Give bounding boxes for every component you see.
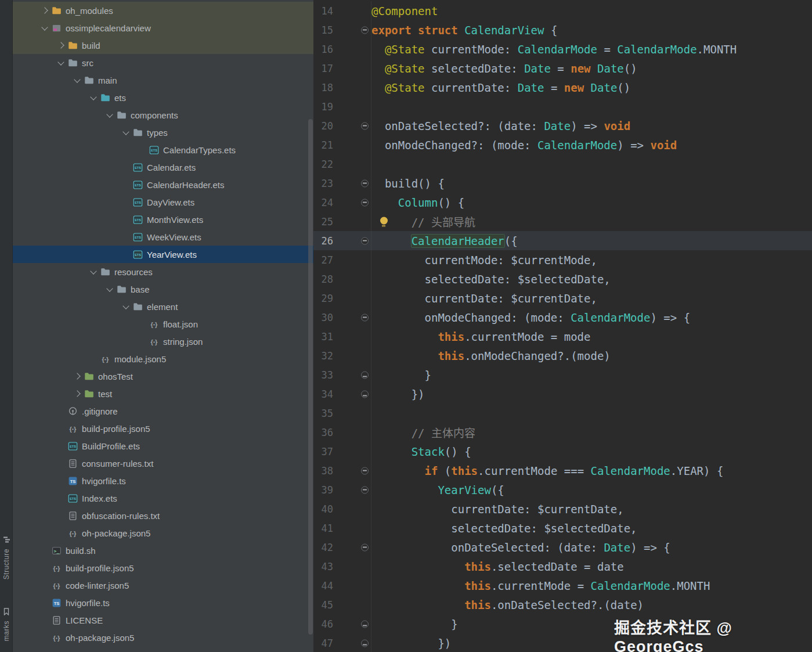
fold-collapse-icon[interactable] [361,122,369,129]
intention-bulb-icon[interactable] [380,217,388,226]
chevron-right-icon[interactable] [38,6,51,15]
fold-end-icon[interactable] [361,371,369,379]
tree-item-index-ets[interactable]: ETSIndex.ets [13,489,313,507]
code-line-41[interactable]: 41 selectedDate: $selectedDate, [313,518,812,538]
code-line-45[interactable]: 45 this.onDateSelected?.(date) [313,595,812,614]
tree-item-calendartypes-ets[interactable]: ETSCalendarTypes.ets [13,141,313,159]
fold-collapse-icon[interactable] [361,179,369,187]
code-line-26[interactable]: 26 CalendarHeader({ [313,231,812,250]
tree-scrollbar[interactable] [308,119,313,635]
tree-item-main[interactable]: main [13,71,313,89]
tree-item-build[interactable]: build [13,37,313,54]
chevron-down-icon[interactable] [55,58,67,67]
tool-button-bookmarks[interactable]: marks [0,607,13,641]
code-line-23[interactable]: 23 build() { [313,174,812,193]
fold-end-icon[interactable] [361,639,369,647]
code-line-17[interactable]: 17 @State selectedDate: Date = new Date(… [313,59,812,78]
tree-item-base[interactable]: base [13,280,313,298]
tree-item-yearview-ets[interactable]: ETSYearView.ets [13,246,313,263]
code-line-25[interactable]: 25 // 头部导航 [313,212,812,231]
tree-item-obfuscation-rules-txt[interactable]: obfuscation-rules.txt [13,507,313,524]
chevron-down-icon[interactable] [38,23,51,33]
chevron-right-icon[interactable] [71,389,84,398]
tree-item-test[interactable]: test [13,385,313,402]
chevron-down-icon[interactable] [87,93,100,102]
code-line-34[interactable]: 34 }) [313,384,812,404]
tree-item-src[interactable]: src [13,54,313,71]
tree-item-build-profile-json5[interactable]: { }build-profile.json5 [13,559,313,577]
code-line-22[interactable]: 22 [313,154,812,174]
tree-item-buildprofile-ets[interactable]: ETSBuildProfile.ets [13,437,313,455]
code-line-44[interactable]: 44 this.currentMode = CalendarMode.MONTH [313,576,812,595]
fold-end-icon[interactable] [361,620,369,628]
chevron-down-icon[interactable] [103,110,116,120]
chevron-right-icon[interactable] [71,372,84,381]
code-line-18[interactable]: 18 @State currentDate: Date = new Date() [313,78,812,97]
fold-collapse-icon[interactable] [361,26,369,34]
chevron-down-icon[interactable] [120,128,132,137]
tree-item-string-json[interactable]: { }string.json [13,333,313,350]
tree-item-monthview-ets[interactable]: ETSMonthView.ets [13,211,313,228]
tree-item-components[interactable]: components [13,106,313,124]
tree-item-file[interactable]: { } [13,646,313,652]
code-line-19[interactable]: 19 [313,97,812,116]
fold-collapse-icon[interactable] [361,314,369,321]
code-line-39[interactable]: 39 YearView({ [313,480,812,499]
code-line-37[interactable]: 37 Stack() { [313,442,812,461]
fold-collapse-icon[interactable] [361,199,369,206]
tree-item-hvigorfile-ts[interactable]: TShvigorfile.ts [13,472,313,489]
tree-item-dayview-ets[interactable]: ETSDayView.ets [13,193,313,211]
tree-item-build-sh[interactable]: >_build.sh [13,542,313,559]
code-line-15[interactable]: 15export struct CalendarView { [313,20,812,39]
chevron-right-icon[interactable] [55,41,67,50]
tree-item-element[interactable]: element [13,298,313,315]
chevron-down-icon[interactable] [120,302,132,311]
code-line-21[interactable]: 21 onModeChanged?: (mode: CalendarMode) … [313,135,812,154]
code-line-38[interactable]: 38 if (this.currentMode === CalendarMode… [313,461,812,480]
tree-item-oh-package-json5[interactable]: { }oh-package.json5 [13,629,313,646]
tree-item-resources[interactable]: resources [13,263,313,280]
code-line-16[interactable]: 16 @State currentMode: CalendarMode = Ca… [313,39,812,59]
tree-item-oh-package-json5[interactable]: { }oh-package.json5 [13,524,313,542]
tree-item-weekview-ets[interactable]: ETSWeekView.ets [13,228,313,246]
tree-item-types[interactable]: types [13,124,313,141]
code-line-14[interactable]: 14@Component [313,1,812,20]
code-line-20[interactable]: 20 onDateSelected?: (date: Date) => void [313,116,812,135]
tree-item-calendar-ets[interactable]: ETSCalendar.ets [13,159,313,176]
tree-item-ossimplecalendarview[interactable]: ossimplecalendarview [13,19,313,37]
code-line-33[interactable]: 33 } [313,365,812,384]
tree-item-license[interactable]: LICENSE [13,611,313,629]
code-line-24[interactable]: 24 Column() { [313,193,812,212]
fold-collapse-icon[interactable] [361,467,369,474]
code-line-42[interactable]: 42 onDateSelected: (date: Date) => { [313,538,812,557]
code-line-35[interactable]: 35 [313,404,812,423]
code-line-40[interactable]: 40 currentDate: $currentDate, [313,499,812,518]
fold-collapse-icon[interactable] [361,237,369,244]
tree-item-hvigorfile-ts[interactable]: TShvigorfile.ts [13,594,313,611]
code-editor[interactable]: 14@Component15export struct CalendarView… [313,0,812,652]
tree-item-ohostest[interactable]: ohosTest [13,368,313,385]
tool-button-structure[interactable]: Structure [0,535,13,579]
chevron-down-icon[interactable] [71,75,84,85]
tree-item-float-json[interactable]: { }float.json [13,315,313,333]
code-line-43[interactable]: 43 this.selectedDate = date [313,557,812,576]
fold-end-icon[interactable] [361,390,369,398]
fold-collapse-icon[interactable] [361,543,369,551]
tree-item-build-profile-json5[interactable]: { }build-profile.json5 [13,420,313,437]
code-line-36[interactable]: 36 // 主体内容 [313,423,812,442]
code-line-31[interactable]: 31 this.currentMode = mode [313,327,812,346]
fold-collapse-icon[interactable] [361,486,369,493]
tree-item-code-linter-json5[interactable]: { }code-linter.json5 [13,577,313,594]
tree-item-oh-modules[interactable]: oh_modules [13,2,313,19]
code-line-28[interactable]: 28 selectedDate: $selectedDate, [313,269,812,289]
tree-item-module-json5[interactable]: { }module.json5 [13,350,313,368]
chevron-down-icon[interactable] [103,284,116,294]
tree-item-ets[interactable]: ets [13,89,313,106]
chevron-down-icon[interactable] [87,267,100,276]
code-line-27[interactable]: 27 currentMode: $currentMode, [313,250,812,269]
code-line-30[interactable]: 30 onModeChanged: (mode: CalendarMode) =… [313,308,812,327]
tree-item-consumer-rules-txt[interactable]: consumer-rules.txt [13,455,313,472]
code-line-32[interactable]: 32 this.onModeChanged?.(mode) [313,346,812,365]
tree-item-gitignore[interactable]: .gitignore [13,402,313,420]
code-line-29[interactable]: 29 currentDate: $currentDate, [313,289,812,308]
